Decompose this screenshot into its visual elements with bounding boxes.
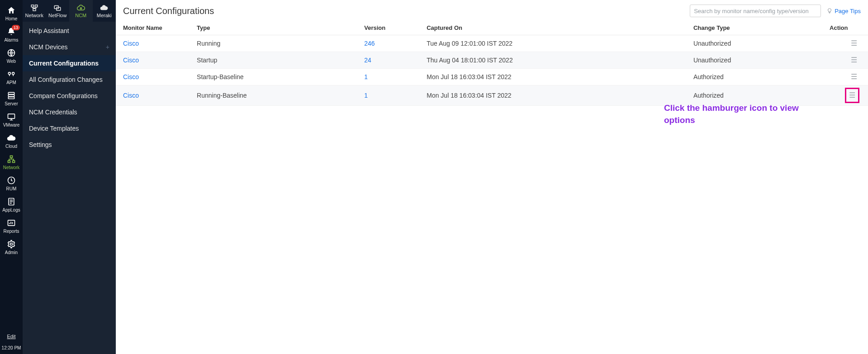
- sidebar-item-label: AppLogs: [2, 208, 20, 212]
- page-tips-label: Page Tips: [835, 8, 861, 14]
- network-icon: [7, 155, 16, 164]
- applogs-icon: [7, 197, 16, 206]
- monitor-link[interactable]: Cisco: [123, 73, 139, 80]
- version-link[interactable]: 24: [364, 57, 371, 64]
- svg-point-19: [80, 8, 81, 9]
- hamburger-icon[interactable]: ☰: [851, 57, 857, 64]
- sidebar-item-apm[interactable]: APM: [0, 66, 23, 88]
- tab-ncm[interactable]: NCM: [69, 0, 93, 22]
- tab-label: NCM: [75, 13, 86, 18]
- column-header[interactable]: Action: [822, 21, 868, 35]
- home-icon: [7, 6, 16, 15]
- cell-captured: Mon Jul 18 16:03:04 IST 2022: [419, 85, 686, 106]
- sidebar-item-label: RUM: [6, 186, 17, 191]
- tab-label: Network: [25, 13, 43, 18]
- submenu-item[interactable]: Settings: [23, 137, 116, 153]
- submenu-item[interactable]: All Configuration Changes: [23, 71, 116, 88]
- version-link[interactable]: 246: [364, 40, 375, 47]
- submenu-item-label: NCM Credentials: [29, 109, 77, 116]
- column-header[interactable]: Type: [190, 21, 357, 35]
- hamburger-icon[interactable]: ☰: [851, 73, 857, 80]
- submenu-item[interactable]: NCM Credentials: [23, 104, 116, 120]
- sidebar-item-label: Server: [5, 101, 18, 106]
- sidebar-item-network[interactable]: Network: [0, 151, 23, 173]
- tab-network[interactable]: Network: [23, 0, 46, 22]
- version-link[interactable]: 1: [364, 92, 368, 99]
- tab-label: Meraki: [97, 13, 112, 18]
- tab-netflow[interactable]: NetFlow: [46, 0, 70, 22]
- table-row: CiscoStartup-Baseline1Mon Jul 18 16:03:0…: [116, 69, 868, 85]
- column-header[interactable]: Monitor Name: [116, 21, 190, 35]
- svg-rect-3: [8, 92, 14, 94]
- column-header[interactable]: Change Type: [686, 21, 822, 35]
- page-tips-link[interactable]: Page Tips: [826, 8, 861, 14]
- monitor-link[interactable]: Cisco: [123, 40, 139, 47]
- svg-rect-9: [13, 160, 15, 162]
- meraki-icon: [100, 4, 108, 12]
- sidebar-item-server[interactable]: Server: [0, 88, 23, 109]
- monitor-link[interactable]: Cisco: [123, 92, 139, 99]
- svg-rect-5: [8, 97, 14, 99]
- main-content: Current Configurations Page Tips Monitor…: [116, 0, 868, 354]
- submenu-item[interactable]: NCM Devices+: [23, 39, 116, 55]
- column-header[interactable]: Captured On: [419, 21, 686, 35]
- hamburger-icon[interactable]: ☰: [851, 40, 857, 47]
- reports-icon: [7, 218, 16, 227]
- sidebar-item-cloud[interactable]: Cloud: [0, 130, 23, 151]
- svg-point-2: [12, 72, 14, 75]
- server-icon: [7, 91, 16, 100]
- svg-rect-6: [8, 114, 15, 118]
- sidebar-item-reports[interactable]: Reports: [0, 215, 23, 236]
- sidebar-item-admin[interactable]: Admin: [0, 236, 23, 258]
- submenu-item[interactable]: Compare Configurations: [23, 88, 116, 104]
- submenu-item-label: Device Templates: [29, 125, 79, 132]
- hamburger-icon[interactable]: ☰: [847, 90, 857, 101]
- apm-icon: [7, 70, 16, 79]
- submenu-item[interactable]: Current Configurations: [23, 55, 116, 71]
- sidebar-item-label: Network: [3, 165, 20, 170]
- table-row: CiscoRunning246Tue Aug 09 12:01:00 IST 2…: [116, 35, 868, 52]
- cell-change: Unauthorized: [686, 35, 822, 52]
- network-icon: [30, 4, 38, 12]
- version-link[interactable]: 1: [364, 73, 368, 80]
- plus-icon[interactable]: +: [106, 43, 109, 51]
- main-header: Current Configurations Page Tips: [116, 0, 868, 21]
- sidebar-item-vmware[interactable]: VMware: [0, 109, 23, 130]
- search-input[interactable]: [690, 5, 821, 17]
- sidebar-edit[interactable]: Edit: [7, 334, 16, 343]
- sidebar-item-rum[interactable]: RUM: [0, 173, 23, 194]
- svg-rect-8: [8, 160, 10, 162]
- sidebar-item-web[interactable]: Web: [0, 45, 23, 66]
- submenu-item[interactable]: Help Assistant: [23, 23, 116, 39]
- svg-rect-16: [33, 9, 36, 11]
- cell-captured: Mon Jul 18 16:03:04 IST 2022: [419, 69, 686, 85]
- sidebar-item-label: APM: [6, 80, 16, 85]
- cell-captured: Thu Aug 04 18:01:00 IST 2022: [419, 52, 686, 69]
- sidebar-item-label: Admin: [5, 250, 18, 255]
- column-header[interactable]: Version: [357, 21, 419, 35]
- cloud-icon: [7, 133, 16, 142]
- cell-type: Startup: [190, 52, 357, 69]
- web-icon: [7, 48, 16, 57]
- submenu-item-label: NCM Devices: [29, 43, 68, 51]
- submenu-item[interactable]: Device Templates: [23, 120, 116, 137]
- cell-change: Authorized: [686, 69, 822, 85]
- svg-rect-4: [8, 94, 14, 96]
- vmware-icon: [7, 112, 16, 121]
- icon-sidebar: HomeAlarms13WebAPMServerVMwareCloudNetwo…: [0, 0, 23, 354]
- svg-rect-14: [31, 5, 33, 7]
- submenu-item-label: Help Assistant: [29, 27, 69, 34]
- cell-type: Running-Baseline: [190, 85, 357, 106]
- tab-meraki[interactable]: Meraki: [93, 0, 116, 22]
- sidebar-item-label: VMware: [3, 123, 20, 127]
- config-table: Monitor NameTypeVersionCaptured OnChange…: [116, 21, 868, 106]
- sidebar-item-home[interactable]: Home: [0, 3, 23, 24]
- ncm-icon: [77, 4, 85, 12]
- sidebar-item-alarms[interactable]: Alarms13: [0, 24, 23, 45]
- secondary-nav: NetworkNetFlowNCMMeraki Help AssistantNC…: [23, 0, 116, 354]
- sidebar-item-label: Cloud: [5, 144, 17, 149]
- sidebar-item-applogs[interactable]: AppLogs: [0, 194, 23, 215]
- monitor-link[interactable]: Cisco: [123, 57, 139, 64]
- svg-point-1: [8, 72, 10, 75]
- bulb-icon: [826, 8, 833, 14]
